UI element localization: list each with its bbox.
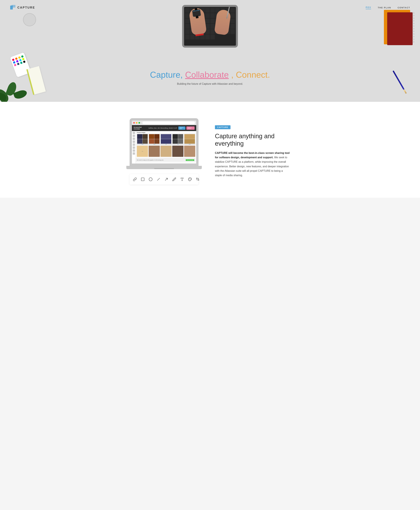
section-right: CAPTURE Capture anything and everything … (215, 125, 290, 178)
app-comment-text: We need to swap out this graphic, it's t… (137, 159, 185, 161)
product-cell-6: img (137, 146, 148, 157)
capture-logo-icon (10, 5, 16, 10)
app-product-label: Product Images (137, 132, 195, 133)
pencil-icon[interactable] (172, 177, 176, 182)
app-sidebar-icon-3 (133, 138, 135, 140)
arrow-icon[interactable] (164, 177, 168, 182)
app-file-name: Selfina_Dec_SH_Recording_201917.CAP (149, 127, 177, 129)
svg-rect-2 (141, 178, 144, 181)
svg-point-8 (190, 178, 190, 178)
app-sidebar-icon-2 (133, 135, 135, 137)
laptop-screen: Screenshot Annotate Selfina_Dec_SH_Recor… (132, 121, 196, 163)
color-icon[interactable] (188, 177, 192, 182)
app-sidebar-icon-7 (133, 149, 135, 152)
logo[interactable]: CAPTURE (10, 5, 35, 10)
plant-decoration (0, 66, 23, 102)
product-cell-9 (172, 146, 183, 157)
svg-line-5 (165, 178, 167, 180)
app-body: Product Images (132, 131, 196, 163)
logo-text: CAPTURE (17, 6, 35, 9)
product-grid: img (137, 134, 195, 157)
product-cell-10 (184, 146, 195, 157)
nav-links: POV THE PLAN CONTACT (366, 6, 410, 9)
glass-decoration (23, 13, 36, 26)
capture-section: Screenshot Annotate Selfina_Dec_SH_Recor… (0, 102, 420, 198)
notebook-red (387, 12, 412, 45)
svg-rect-1 (11, 5, 15, 8)
app-dot-green (138, 122, 140, 124)
app-main-content: Product Images (136, 131, 196, 163)
laptop-mockup: Screenshot Annotate Selfina_Dec_SH_Recor… (130, 118, 202, 185)
crop-icon[interactable] (196, 177, 200, 182)
laptop-base (126, 166, 202, 169)
section-inner: Screenshot Annotate Selfina_Dec_SH_Recor… (120, 118, 300, 185)
app-sidebar (132, 131, 136, 163)
hero-headline: Capture, Collaborate , Connect. (150, 70, 270, 79)
app-sidebar-icon-4 (133, 140, 135, 143)
nav-the-plan[interactable]: THE PLAN (378, 6, 391, 9)
post-comment-btn[interactable]: Post Comment (186, 159, 194, 161)
product-cell-1 (137, 134, 148, 145)
app-comment-bar: We need to swap out this graphic, it's t… (136, 158, 195, 162)
svg-point-11 (189, 179, 189, 179)
app-header-bar: Screenshot Annotate Selfina_Dec_SH_Recor… (132, 125, 196, 131)
app-sidebar-icon-6 (133, 147, 135, 149)
line-icon[interactable] (157, 177, 160, 182)
section-badge: CAPTURE (215, 125, 231, 129)
app-sidebar-icon-8 (133, 152, 135, 155)
navbar: CAPTURE POV THE PLAN CONTACT (0, 0, 420, 15)
product-cell-7 (149, 146, 160, 157)
save-exit-btn[interactable]: Save & Exit (178, 126, 185, 130)
text-icon[interactable] (180, 177, 184, 182)
hero-subtext: Building the future of Capture with Atla… (150, 82, 270, 85)
app-toolbar (132, 121, 196, 125)
svg-line-4 (157, 178, 160, 180)
app-toolbar-title: Screenshot Annotate (134, 126, 146, 130)
laptop-frame: Screenshot Annotate Selfina_Dec_SH_Recor… (130, 118, 199, 166)
hero-word-collaborate: Collaborate (185, 70, 229, 79)
tools-bar (130, 174, 199, 185)
nav-contact[interactable]: CONTACT (398, 6, 410, 9)
product-cell-4 (172, 134, 183, 145)
hero-word-capture: Capture, (150, 70, 183, 79)
app-dot-red (133, 122, 135, 124)
app-sidebar-icon-5 (133, 144, 135, 146)
product-cell-2 (149, 134, 160, 145)
save-share-btn[interactable]: Save & Share! (186, 126, 195, 130)
hero-word-connect: , Connect. (231, 70, 270, 79)
hero-text: Capture, Collaborate , Connect. Building… (150, 70, 270, 85)
section-body-regular: We seek to stabilize CAPTURE as a platfo… (215, 156, 289, 177)
link-icon[interactable] (133, 177, 137, 182)
circle-icon[interactable] (149, 177, 153, 182)
hero-section: Capture, Collaborate , Connect. Building… (0, 0, 420, 102)
app-sidebar-icon-1 (133, 132, 135, 134)
rect-icon[interactable] (141, 177, 145, 182)
notebook-stack (384, 10, 413, 46)
app-address-bar (142, 122, 195, 124)
svg-point-3 (149, 178, 152, 181)
product-cell-8 (160, 146, 172, 157)
app-dot-yellow (136, 122, 137, 124)
section-heading: Capture anything and everything (215, 132, 290, 147)
nav-pov[interactable]: POV (366, 6, 371, 9)
product-cell-3 (160, 134, 172, 145)
section-body: CAPTURE will become the best-in-class sc… (215, 151, 290, 178)
product-cell-5 (184, 134, 195, 145)
